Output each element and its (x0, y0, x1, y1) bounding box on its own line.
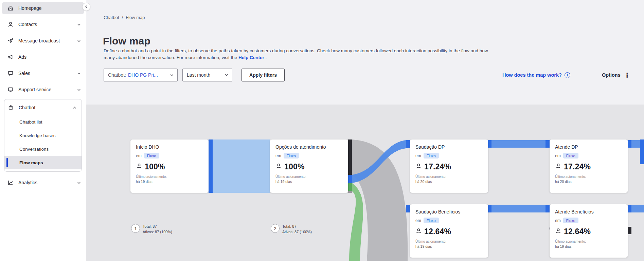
chevron-down-icon (76, 180, 81, 185)
apply-filters-button[interactable]: Apply filters (242, 69, 285, 81)
page-title: Flow map (103, 35, 150, 47)
person-icon (136, 163, 142, 171)
ribbon-card4-next (631, 140, 640, 148)
chevron-down-icon (76, 22, 81, 27)
info-icon[interactable]: i (565, 72, 570, 78)
sub-item-label: Knowledge bases (19, 133, 56, 138)
card-flux-badge: Fluxo (284, 153, 299, 159)
card-last-value: há 19 dias (136, 180, 203, 184)
sidebar-item-support-service[interactable]: Support service (0, 81, 86, 98)
kebab-menu-icon[interactable]: ⋮ (624, 72, 630, 78)
sidebar-item-ads[interactable]: Ads (0, 49, 86, 65)
card-last-label: Último acionamento: (415, 240, 483, 243)
flow-card-inicio-dho[interactable]: Início DHO em Fluxo 100% Último acioname… (130, 139, 209, 193)
card-last-label: Último acionamento: (136, 175, 203, 179)
chevron-down-icon (225, 73, 229, 77)
card-percent: 12.64% (424, 227, 451, 236)
chatbot-select-value: DHO PG Pri... (128, 72, 166, 78)
help-center-link[interactable]: Help Center (238, 55, 264, 60)
node-bar-card4-left (545, 140, 550, 148)
card-title: Atende Benefícios (555, 209, 622, 215)
screen-icon (7, 87, 14, 93)
column-marker-1: 1 Total: 87 Ativos: 87 (100%) (131, 224, 172, 235)
ribbon-card2-green-down (349, 183, 363, 261)
sub-item-label: Flow maps (19, 160, 43, 165)
node-bar-card2-green (348, 183, 352, 191)
sidebar-item-label: Ads (18, 54, 81, 60)
sidebar-item-knowledge-bases[interactable]: Knowledge bases (4, 129, 82, 142)
flow-card-atende-beneficios[interactable]: Atende Benefícios em Fluxo 12.64% Último… (550, 204, 628, 258)
card-flux-badge: Fluxo (424, 218, 439, 223)
sidebar-item-homepage[interactable]: Homepage (2, 2, 84, 14)
card-last-label: Último acionamento: (275, 175, 343, 179)
node-bar-card2-abandon (348, 139, 352, 175)
chevron-down-icon (76, 38, 81, 43)
sidebar-item-flow-maps[interactable]: Flow maps (4, 156, 82, 169)
column-number: 1 (131, 224, 140, 233)
sidebar-item-label: Contacts (18, 22, 72, 27)
card-last-value: há 19 dias (555, 244, 622, 248)
sidebar-chatbot-group: Chatbot Chatbot list Knowledge bases Con… (4, 99, 82, 172)
flow-card-saudacao-dp[interactable]: Saudação DP em Fluxo 17.24% Último acion… (410, 139, 488, 193)
breadcrumb-separator: / (122, 15, 123, 20)
column-active: Ativos: 87 (100%) (282, 230, 312, 234)
description-text: Define a chatbot and a point in the filt… (104, 48, 488, 60)
breadcrumb: Chatbot / Flow map (104, 15, 145, 20)
card-em-label: em (555, 153, 561, 158)
node-bar-card6-abandon (628, 227, 631, 234)
card-percent: 100% (145, 162, 165, 171)
card-flux-badge: Fluxo (563, 153, 578, 159)
chatbot-select[interactable]: Chatbot: DHO PG Pri... (104, 69, 178, 81)
sidebar-item-chatbot-list[interactable]: Chatbot list (4, 115, 82, 129)
flow-card-opcoes-atendimento[interactable]: Opções de atendimento em Fluxo 100% Últi… (270, 139, 348, 193)
sidebar-item-analytics[interactable]: Analytics (0, 174, 86, 191)
how-map-works-label: How does the map work? (502, 72, 562, 78)
chatbot-select-label: Chatbot: (108, 72, 126, 78)
how-map-works-link[interactable]: How does the map work? i (502, 69, 570, 81)
page-description: Define a chatbot and a point in the filt… (104, 48, 489, 62)
options-menu[interactable]: Options ⋮ (602, 69, 630, 81)
node-bar-card3-right (488, 140, 491, 148)
sidebar-item-label: Chatbot (19, 105, 67, 110)
sidebar-item-message-broadcast[interactable]: Message broadcast (0, 33, 86, 49)
card-em-label: em (136, 153, 142, 158)
ribbon-card6-next (631, 205, 644, 212)
sidebar-item-contacts[interactable]: Contacts (0, 16, 86, 33)
sidebar-collapse-button[interactable] (82, 3, 90, 11)
flow-card-saudacao-beneficios[interactable]: Saudação Benefícios em Fluxo 12.64% Últi… (410, 204, 488, 258)
node-bar-card2-blue (348, 175, 352, 183)
ribbon-card1-card2 (213, 139, 270, 193)
card-last-label: Último acionamento: (555, 240, 622, 243)
sidebar-item-chatbot[interactable]: Chatbot (4, 100, 82, 115)
card-last-label: Último acionamento: (555, 175, 622, 179)
card-em-label: em (415, 153, 421, 158)
chat-bubble-icon (7, 70, 14, 76)
chevron-down-icon (76, 71, 81, 76)
period-select-value: Last month (187, 72, 221, 78)
column-marker-2: 2 Total: 87 Ativos: 87 (100%) (271, 224, 312, 235)
card-em-label: em (275, 153, 281, 158)
column-total: Total: 87 (282, 224, 297, 228)
sub-item-label: Chatbot list (19, 119, 42, 125)
robot-icon (8, 105, 14, 111)
node-bar-offscreen-right (640, 139, 644, 164)
period-select[interactable]: Last month (182, 69, 232, 81)
column-total: Total: 87 (143, 224, 157, 228)
sub-item-label: Conversations (19, 147, 49, 152)
flow-card-atende-dp[interactable]: Atende DP em Fluxo 17.24% Último acionam… (550, 139, 628, 193)
card-last-value: há 20 dias (555, 180, 622, 184)
sidebar-item-conversations[interactable]: Conversations (4, 142, 82, 156)
breadcrumb-chatbot[interactable]: Chatbot (104, 15, 119, 20)
sidebar-item-label: Homepage (18, 5, 79, 11)
home-icon (7, 5, 14, 11)
sidebar-item-sales[interactable]: Sales (0, 65, 86, 81)
card-last-value: há 20 dias (415, 180, 483, 184)
person-icon (415, 163, 422, 171)
sidebar-item-label: Support service (18, 87, 72, 92)
card-flux-badge: Fluxo (424, 153, 439, 159)
megaphone-icon (7, 54, 14, 60)
sidebar: Homepage Contacts Message broadcast (0, 0, 86, 261)
send-icon (7, 38, 14, 44)
card-title: Início DHO (136, 144, 203, 150)
node-bar-card6-left (545, 205, 550, 212)
